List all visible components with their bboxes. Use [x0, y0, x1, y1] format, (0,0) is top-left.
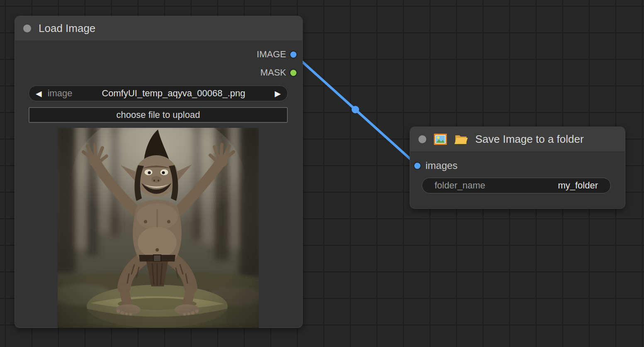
- node-load-image[interactable]: Load Image IMAGE MASK ◀ image ComfyUI_te…: [15, 16, 303, 328]
- save-node-title-bar[interactable]: Save Image to a folder: [410, 127, 625, 152]
- open-folder-icon: [454, 134, 468, 145]
- image-preview: [58, 128, 259, 328]
- output-label-mask: MASK: [260, 67, 286, 78]
- image-combo-label: image: [48, 88, 73, 99]
- image-combo-value: ComfyUI_temp_aqyva_00068_.png: [78, 88, 269, 99]
- output-port-image[interactable]: [290, 51, 296, 58]
- link-midpoint-handle[interactable]: [352, 106, 359, 113]
- collapse-dot-icon[interactable]: [23, 24, 31, 32]
- left-arrow-icon[interactable]: ◀: [36, 90, 42, 98]
- output-row-image: IMAGE: [257, 49, 296, 60]
- node-title: Load Image: [39, 22, 95, 35]
- folder-name-label: folder_name: [435, 180, 485, 191]
- input-port-images[interactable]: [414, 163, 420, 169]
- node-title: Save Image to a folder: [475, 133, 584, 146]
- link-wire-image-to-images: [294, 54, 417, 165]
- input-label-images: images: [425, 160, 457, 171]
- output-label-image: IMAGE: [257, 49, 286, 60]
- output-row-mask: MASK: [260, 67, 296, 78]
- input-row-images: images: [414, 160, 457, 171]
- image-combo-widget[interactable]: ◀ image ComfyUI_temp_aqyva_00068_.png ▶: [29, 86, 288, 101]
- output-ports: IMAGE MASK: [257, 49, 296, 78]
- folder-name-value: my_folder: [558, 180, 598, 191]
- collapse-dot-icon[interactable]: [418, 135, 426, 143]
- output-port-mask[interactable]: [290, 70, 296, 76]
- choose-file-button[interactable]: choose file to upload: [29, 107, 288, 123]
- node-graph-canvas[interactable]: Load Image IMAGE MASK ◀ image ComfyUI_te…: [0, 0, 644, 347]
- load-image-title-bar[interactable]: Load Image: [15, 16, 302, 41]
- folder-name-widget[interactable]: folder_name my_folder: [422, 178, 611, 193]
- framed-picture-icon: [434, 134, 447, 145]
- troll-preview-image: [58, 128, 259, 328]
- right-arrow-icon[interactable]: ▶: [275, 90, 281, 98]
- node-save-image-to-folder[interactable]: Save Image to a folder images folder_nam…: [410, 127, 625, 209]
